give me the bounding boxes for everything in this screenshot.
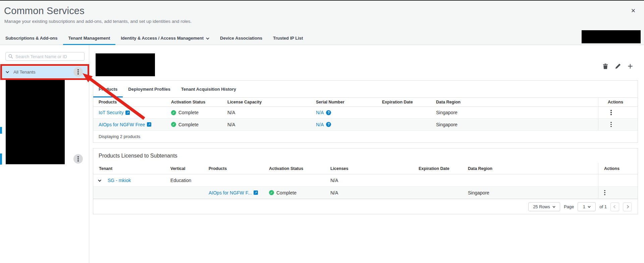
delete-tenant-button[interactable] [602,62,609,70]
subtenant-link-sg-mkiok[interactable]: SG - mkiok [108,178,131,183]
close-icon[interactable]: × [629,6,638,15]
column-header: Serial Number [311,98,377,106]
chevron-down-icon [552,205,555,208]
main-content: + Products Deployment Profiles Tenant Ac… [89,45,644,263]
external-link-icon: ↗ [254,190,258,195]
product-name: AIOps for NGFW F... [209,190,252,195]
page-select[interactable]: 1 [578,202,596,211]
help-icon[interactable]: ? [326,122,331,127]
page-subtitle: Manage your existing subscriptions and a… [4,19,192,24]
all-tenants-label: All Tenants [13,70,36,75]
chevron-down-icon [206,36,209,40]
column-header: Data Region [462,163,598,174]
topbar: Common Services Manage your existing sub… [0,0,644,45]
chevron-down-icon [588,205,590,208]
tab-tenant-management[interactable]: Tenant Management [63,32,116,45]
tab-subscriptions-add-ons[interactable]: Subscriptions & Add-ons [0,32,63,45]
tab-label: Identity & Access / Access Management [121,32,204,44]
tab-label: Trusted IP List [273,32,303,44]
column-header: Expiration Date [413,163,462,174]
table-row: SG - mkiok Education N/A [93,174,638,187]
serial-number: N/A [316,122,324,127]
subtenants-title: Products Licensed to Subtenants [93,148,638,163]
activation-status: Complete [178,122,199,127]
products-table-footer: Displaying 2 products [93,131,638,142]
tab-trusted-ip-list[interactable]: Trusted IP List [268,32,308,45]
product-link-iot-security[interactable]: IoT Security ↗ [99,110,130,115]
tenant-sidebar: All Tenants [0,45,89,263]
next-page-button[interactable] [623,203,632,211]
expand-row-chevron-icon[interactable] [98,178,101,182]
tenant-products-card: Products Deployment Profiles Tenant Acqu… [93,80,638,143]
column-header: Vertical [165,163,203,174]
column-header: Activation Status [263,163,325,174]
tab-device-associations[interactable]: Device Associations [215,32,268,45]
tenant-search[interactable] [5,52,85,61]
column-header: License Capacity [222,98,311,106]
activation-status: Complete [178,110,199,115]
page-value: 1 [583,204,585,209]
row-kebab-menu-icon[interactable] [610,122,612,127]
tab-identity-access[interactable]: Identity & Access / Access Management [115,32,215,45]
table-row: AIOps for NGFW Free ↗ ✓ Complete N/A N/A… [93,119,638,131]
subtenants-table-header: Tenant Vertical Products Activation Stat… [93,163,638,174]
tenant-kebab-menu-icon[interactable] [73,154,83,164]
detail-tab-bar: Products Deployment Profiles Tenant Acqu… [93,81,638,98]
success-check-icon: ✓ [269,190,274,195]
tab-label: Subscriptions & Add-ons [5,32,58,44]
tab-deployment-profiles[interactable]: Deployment Profiles [123,81,176,97]
tab-label: Tenant Management [68,32,110,44]
pencil-icon [615,63,621,70]
column-header: Tenant [93,163,165,174]
previous-page-button[interactable] [610,203,619,211]
kebab-icon [77,69,79,75]
tab-label: Tenant Acquisition History [181,87,236,92]
edit-tenant-button[interactable] [614,62,622,70]
redacted-tenant-list [6,80,65,164]
redacted-tenant-name [96,53,155,76]
tenant-toolbar: + [602,62,634,70]
tab-tenant-acquisition-history[interactable]: Tenant Acquisition History [176,81,241,97]
rows-per-page-select[interactable]: 25 Rows [528,202,560,211]
table-row: IoT Security ↗ ✓ Complete N/A N/A ? Sin [93,107,638,119]
license-capacity: N/A [227,122,235,127]
product-name: AIOps for NGFW Free [99,122,145,127]
column-header: Activation Status [166,98,222,106]
redacted-account-block [582,30,641,43]
product-link-aiops-ngfw[interactable]: AIOps for NGFW F... ↗ [209,190,258,195]
tab-label: Deployment Profiles [128,87,170,92]
selected-tenant-indicator [0,127,2,134]
license-capacity: N/A [227,110,235,115]
add-tenant-button[interactable]: + [627,62,634,70]
data-region: Singapore [436,110,458,115]
licenses: N/A [330,178,338,183]
column-header: Actions [598,163,638,174]
serial-number: N/A [316,110,324,115]
row-kebab-menu-icon[interactable] [610,110,612,115]
chevron-down-icon[interactable] [6,70,9,73]
page-label: Page [564,204,574,209]
rows-per-page-value: 25 Rows [533,204,550,209]
column-header: Products [203,163,263,174]
page-count-label: of 1 [599,204,607,209]
row-kebab-menu-icon[interactable] [604,190,605,195]
product-name: IoT Security [99,110,123,115]
trash-icon [602,63,608,70]
column-header: Licenses [325,163,413,174]
success-check-icon: ✓ [171,122,176,127]
chevron-left-icon [613,205,616,209]
external-link-icon: ↗ [125,111,130,115]
column-header: Data Region [431,98,598,106]
search-input[interactable] [15,54,82,59]
all-tenants-kebab-menu-icon[interactable] [73,67,83,77]
tab-products[interactable]: Products [93,81,123,97]
selected-tenant-indicator [0,154,2,165]
pagination-bar: 25 Rows Page 1 of 1 [93,199,638,214]
plus-icon: + [628,62,633,70]
help-icon[interactable]: ? [326,110,331,115]
vertical: Education [170,178,191,183]
product-link-aiops-ngfw-free[interactable]: AIOps for NGFW Free ↗ [99,122,151,127]
licenses: N/A [330,190,338,195]
external-link-icon: ↗ [147,122,151,127]
column-header: Products [93,98,166,106]
